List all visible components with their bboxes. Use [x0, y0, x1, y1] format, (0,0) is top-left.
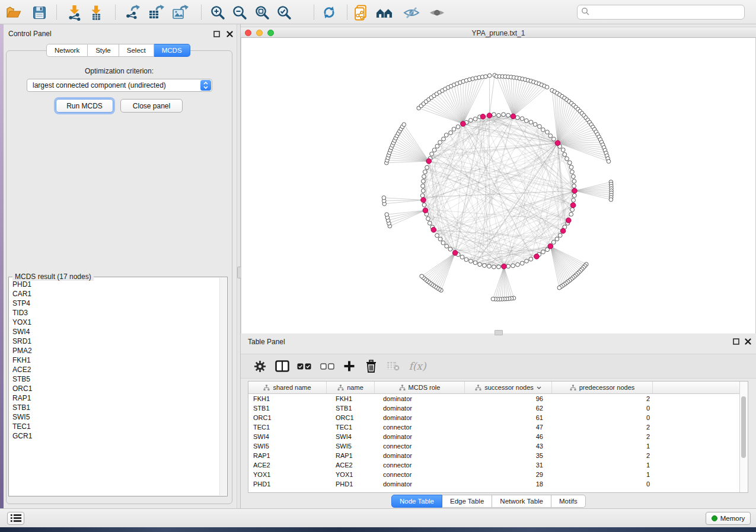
table-row[interactable]: STB1STB1dominator620: [248, 403, 748, 413]
network-graph[interactable]: [241, 38, 756, 334]
node-table[interactable]: shared namenameMCDS rolesuccessor nodesp…: [248, 381, 748, 493]
column-visibility-icon[interactable]: [275, 354, 290, 378]
tab-network[interactable]: Network: [46, 44, 88, 57]
table-row[interactable]: YOX1YOX1connector291: [248, 470, 748, 479]
table-row[interactable]: ACE2ACE2connector311: [248, 460, 748, 470]
search-input[interactable]: [592, 8, 741, 17]
column-header-blank: [653, 382, 748, 393]
task-history-button[interactable]: [7, 512, 24, 525]
close-panel-button[interactable]: Close panel: [120, 99, 183, 113]
network-window-title: YPA_prune.txt_1: [241, 29, 756, 37]
mcds-result-item[interactable]: TEC1: [12, 422, 219, 431]
table-cell: 1: [552, 441, 653, 451]
mcds-result-item[interactable]: CAR1: [12, 289, 219, 299]
table-row[interactable]: SWI4SWI4dominator462: [248, 432, 748, 441]
column-header-MCDS-role[interactable]: MCDS role: [375, 382, 465, 393]
table-cell: YOX1: [248, 470, 327, 479]
function-builder-icon[interactable]: f(x): [407, 354, 428, 378]
mcds-result-item[interactable]: PMA2: [12, 346, 219, 355]
mcds-result-item[interactable]: SWI5: [12, 412, 219, 422]
mcds-result-item[interactable]: STP4: [12, 299, 219, 308]
search-box[interactable]: [577, 5, 745, 20]
tab-style[interactable]: Style: [88, 44, 119, 57]
add-column-icon[interactable]: [342, 354, 356, 378]
settings-gear-icon[interactable]: [253, 354, 267, 378]
import-network-icon[interactable]: [65, 4, 83, 21]
table-cell: 35: [465, 451, 552, 460]
zoom-fit-icon[interactable]: [253, 4, 271, 21]
import-table-icon[interactable]: [87, 4, 105, 21]
run-mcds-button[interactable]: Run MCDS: [56, 99, 113, 113]
tab-network-table[interactable]: Network Table: [492, 495, 551, 508]
memory-button[interactable]: Memory: [706, 512, 751, 525]
panel-splitter[interactable]: [237, 24, 241, 508]
table-cell: RAP1: [327, 451, 375, 460]
zoom-selected-icon[interactable]: [275, 4, 293, 21]
mcds-result-item[interactable]: SRD1: [12, 336, 219, 346]
mcds-result-item[interactable]: RAP1: [12, 393, 219, 403]
mcds-list-scrollbar[interactable]: [219, 278, 227, 495]
mcds-result-item[interactable]: PHD1: [12, 280, 219, 289]
mcds-result-item[interactable]: STB1: [12, 403, 219, 412]
select-all-checkboxes-icon[interactable]: [296, 354, 312, 378]
float-table-panel-icon[interactable]: [732, 337, 740, 345]
table-row[interactable]: FKH1FKH1dominator962: [248, 394, 748, 403]
table-row[interactable]: SWI5SWI5connector431: [248, 441, 748, 451]
node-table-header: shared namenameMCDS rolesuccessor nodesp…: [248, 382, 748, 394]
mcds-result-list[interactable]: PHD1CAR1STP4TID3YOX1SWI4SRD1PMA2FKH1ACE2…: [9, 278, 219, 495]
table-cell: 2: [552, 394, 653, 403]
table-row[interactable]: RAP1RAP1dominator352: [248, 451, 748, 460]
houses-icon[interactable]: [375, 4, 393, 21]
deselect-all-checkboxes-icon[interactable]: [320, 354, 335, 378]
tab-edge-table[interactable]: Edge Table: [442, 495, 492, 508]
mcds-result-item[interactable]: FKH1: [12, 355, 219, 365]
toolbar-separator: [56, 5, 57, 20]
mcds-result-item[interactable]: TID3: [12, 308, 219, 318]
toolbar-separator: [314, 5, 314, 20]
mcds-result-item[interactable]: ACE2: [12, 365, 219, 374]
table-row[interactable]: ORC1ORC1dominator610: [248, 413, 748, 422]
table-scrollbar-thumb[interactable]: [741, 396, 746, 458]
table-scrollbar[interactable]: [739, 382, 748, 492]
mcds-result-item[interactable]: GCR1: [12, 431, 219, 441]
document-share-icon[interactable]: [352, 4, 369, 21]
table-cell: connector: [375, 441, 465, 451]
zoom-out-icon[interactable]: [231, 4, 248, 21]
export-network-icon[interactable]: [123, 4, 141, 21]
zoom-in-icon[interactable]: [209, 4, 227, 21]
eye-icon[interactable]: [428, 4, 446, 21]
export-image-icon[interactable]: [171, 4, 189, 21]
tab-mcds[interactable]: MCDS: [154, 44, 190, 57]
table-cell: SWI4: [248, 432, 327, 441]
save-icon[interactable]: [30, 4, 48, 21]
optimization-criterion-select[interactable]: largest connected component (undirected): [27, 79, 212, 92]
tab-node-table[interactable]: Node Table: [391, 495, 442, 508]
column-header-name[interactable]: name: [327, 382, 375, 393]
mcds-result-item[interactable]: SWI4: [12, 327, 219, 336]
memory-status-icon: [712, 515, 717, 521]
network-table-splitter-handle[interactable]: [495, 330, 503, 335]
delete-table-icon[interactable]: [386, 354, 400, 378]
refresh-icon[interactable]: [320, 4, 338, 21]
close-panel-icon[interactable]: [225, 30, 234, 38]
column-header-predecessor-nodes[interactable]: predecessor nodes: [552, 382, 653, 393]
table-cell: 0: [552, 479, 653, 489]
open-folder-icon[interactable]: [5, 4, 23, 21]
table-cell: TEC1: [248, 422, 327, 432]
float-panel-icon[interactable]: [212, 30, 221, 38]
tab-select[interactable]: Select: [119, 44, 154, 57]
mcds-result-item[interactable]: YOX1: [12, 318, 219, 327]
tab-motifs[interactable]: Motifs: [551, 495, 586, 508]
column-header-successor-nodes[interactable]: successor nodes: [465, 382, 552, 393]
table-row[interactable]: PHD1PHD1dominator180: [248, 479, 748, 489]
network-view[interactable]: [241, 38, 756, 334]
mcds-result-item[interactable]: STB5: [12, 374, 219, 384]
export-table-icon[interactable]: [147, 4, 165, 21]
close-table-panel-icon[interactable]: [744, 337, 752, 345]
column-header-shared-name[interactable]: shared name: [248, 382, 327, 393]
network-window-titlebar[interactable]: YPA_prune.txt_1: [241, 27, 756, 38]
eye-slash-icon[interactable]: [403, 4, 420, 21]
delete-column-icon[interactable]: [365, 354, 378, 378]
table-row[interactable]: TEC1TEC1connector472: [248, 422, 748, 432]
mcds-result-item[interactable]: ORC1: [12, 384, 219, 393]
